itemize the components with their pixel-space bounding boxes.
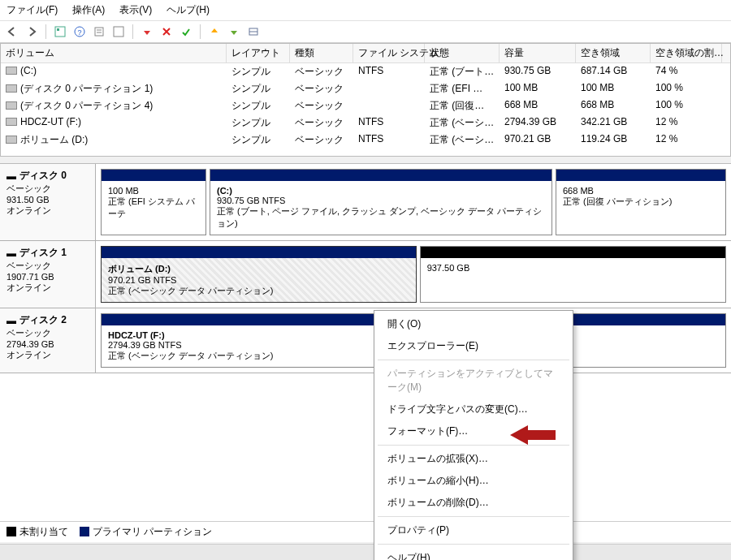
forward-icon[interactable] [24, 24, 39, 39]
drive-icon [6, 84, 17, 93]
status-bar [0, 544, 731, 560]
disk-map: ▬ディスク 0 ベーシック 931.50 GB オンライン 100 MB 正常 … [0, 163, 731, 527]
svg-marker-10 [510, 425, 556, 445]
partition-d1-d[interactable]: ボリューム (D:) 970.21 GB NTFS 正常 (ベーシック データ … [101, 246, 417, 303]
partition-d0-recovery[interactable]: 668 MB 正常 (回復 パーティション) [556, 169, 726, 235]
volume-list: ボリューム レイアウト 種類 ファイル システム 状態 容量 空き領域 空き領域… [0, 43, 731, 157]
refresh-icon[interactable] [111, 24, 126, 39]
partition-d0-c[interactable]: (C:) 930.75 GB NTFS 正常 (ブート, ページ ファイル, ク… [210, 169, 552, 235]
partition-d0-efi[interactable]: 100 MB 正常 (EFI システム パーテ [101, 169, 206, 235]
header-capacity[interactable]: 容量 [500, 44, 576, 62]
back-icon[interactable] [5, 24, 19, 39]
drive-icon [6, 101, 17, 110]
disk-row-0: ▬ディスク 0 ベーシック 931.50 GB オンライン 100 MB 正常 … [0, 164, 731, 241]
menu-change-letter[interactable]: ドライブ文字とパスの変更(C)… [374, 398, 573, 420]
header-type[interactable]: 種類 [290, 44, 353, 62]
help-icon[interactable]: ? [72, 24, 87, 39]
list-icon[interactable] [246, 24, 261, 39]
svg-rect-7 [114, 27, 123, 37]
properties-icon[interactable] [92, 24, 106, 39]
menu-action[interactable]: 操作(A) [71, 2, 106, 19]
header-freepct[interactable]: 空き領域の割… [651, 44, 722, 62]
menu-view[interactable]: 表示(V) [118, 2, 154, 19]
header-layout[interactable]: レイアウト [227, 44, 290, 62]
disk-label-1[interactable]: ▬ディスク 1 ベーシック 1907.71 GB オンライン [0, 241, 96, 308]
menu-delete-volume[interactable]: ボリュームの削除(D)… [374, 492, 573, 514]
callout-arrow-icon [510, 422, 556, 450]
disk-icon: ▬ [6, 248, 16, 259]
delete-icon[interactable] [159, 24, 174, 39]
menu-help[interactable]: ヘルプ(H) [374, 547, 573, 560]
svg-rect-1 [57, 28, 59, 31]
header-status[interactable]: 状態 [425, 44, 500, 62]
menu-mark-active: パーティションをアクティブとしてマーク(M) [374, 363, 573, 398]
header-free[interactable]: 空き領域 [576, 44, 651, 62]
partition-d1-unallocated[interactable]: 937.50 GB [420, 246, 726, 303]
menu-shrink-volume[interactable]: ボリュームの縮小(H)… [374, 470, 573, 492]
down-icon[interactable] [227, 24, 241, 39]
legend: 未割り当て プライマリ パーティション [0, 521, 731, 542]
drive-icon [6, 67, 17, 75]
table-row[interactable]: (ディスク 0 パーティション 4)シンプルベーシック正常 (回復…668 MB… [1, 97, 730, 114]
legend-swatch-primary [80, 527, 89, 536]
disk-label-2[interactable]: ▬ディスク 2 ベーシック 2794.39 GB オンライン [0, 308, 96, 373]
menu-file[interactable]: ファイル(F) [5, 2, 59, 19]
header-volume[interactable]: ボリューム [1, 44, 227, 62]
table-row[interactable]: (C:)シンプルベーシックNTFS正常 (ブート…930.75 GB687.14… [1, 63, 730, 80]
disk-row-1: ▬ディスク 1 ベーシック 1907.71 GB オンライン ボリューム (D:… [0, 241, 731, 308]
svg-rect-0 [55, 27, 65, 37]
list-header: ボリューム レイアウト 種類 ファイル システム 状態 容量 空き領域 空き領域… [1, 44, 730, 63]
menu-explorer[interactable]: エクスプローラー(E) [374, 335, 573, 357]
table-row[interactable]: (ディスク 0 パーティション 1)シンプルベーシック正常 (EFI …100 … [1, 80, 730, 97]
menu-properties[interactable]: プロパティ(P) [374, 519, 573, 541]
svg-text:?: ? [77, 28, 81, 37]
menu-bar: ファイル(F) 操作(A) 表示(V) ヘルプ(H) [0, 0, 731, 21]
menu-open[interactable]: 開く(O) [374, 313, 573, 335]
action-icon[interactable] [140, 24, 154, 39]
legend-unallocated: 未割り当て [19, 526, 68, 537]
header-filesystem[interactable]: ファイル システム [353, 44, 425, 62]
tree-icon[interactable] [53, 24, 67, 39]
disk-icon: ▬ [6, 170, 16, 182]
disk-row-2: ▬ディスク 2 ベーシック 2794.39 GB オンライン HDCZ-UT (… [0, 308, 731, 373]
table-row[interactable]: ボリューム (D:)シンプルベーシックNTFS正常 (ベーシ…970.21 GB… [1, 131, 730, 149]
legend-swatch-unallocated [6, 527, 16, 536]
legend-primary: プライマリ パーティション [93, 526, 212, 537]
svg-rect-4 [95, 28, 103, 36]
check-icon[interactable] [179, 24, 193, 39]
drive-icon [6, 118, 17, 126]
toolbar: ? [0, 21, 731, 43]
disk-icon: ▬ [6, 315, 16, 326]
menu-help[interactable]: ヘルプ(H) [165, 2, 211, 19]
disk-label-0[interactable]: ▬ディスク 0 ベーシック 931.50 GB オンライン [0, 164, 96, 240]
drive-icon [6, 136, 17, 144]
up-icon[interactable] [207, 24, 222, 39]
table-row[interactable]: HDCZ-UT (F:)シンプルベーシックNTFS正常 (ベーシ…2794.39… [1, 114, 730, 131]
menu-extend-volume[interactable]: ボリュームの拡張(X)… [374, 448, 573, 470]
